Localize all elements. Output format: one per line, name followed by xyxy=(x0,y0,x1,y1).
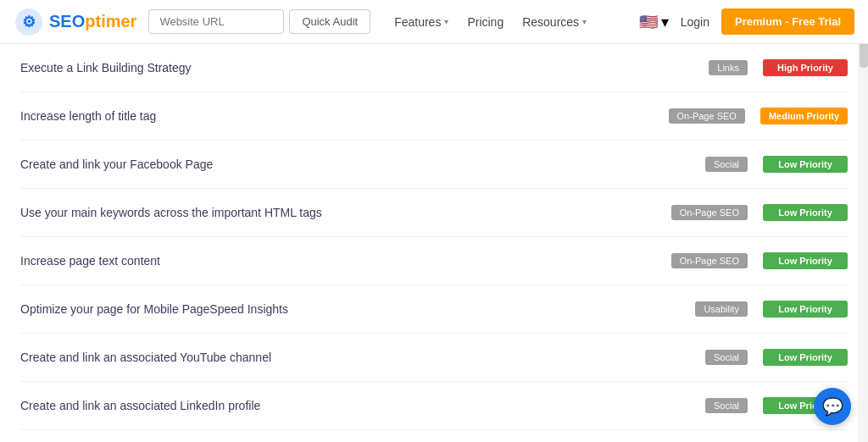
logo-icon: ⚙ xyxy=(14,7,44,37)
scrollbar-track[interactable] xyxy=(858,0,868,430)
navbar: ⚙ SEOptimer Quick Audit Features ▾ Prici… xyxy=(0,0,868,44)
logo[interactable]: ⚙ SEOptimer xyxy=(14,7,136,37)
recommendation-text: Increase page text content xyxy=(20,254,671,268)
recommendation-text: Execute a Link Building Strategy xyxy=(20,61,709,75)
priority-badge: Low Priority xyxy=(763,301,848,318)
category-badge: Social xyxy=(705,350,748,365)
table-row: Increase length of title tagOn-Page SEOM… xyxy=(20,92,848,141)
table-row: Use your main keywords across the import… xyxy=(20,189,848,237)
table-row: Execute a Link Building StrategyLinksHig… xyxy=(20,44,848,92)
priority-badge: Low Priority xyxy=(763,204,848,221)
category-badge: On-Page SEO xyxy=(669,108,745,124)
website-url-input[interactable] xyxy=(148,9,284,34)
recommendation-text: Create and link your Facebook Page xyxy=(20,157,705,171)
language-selector[interactable]: 🇺🇸 ▾ xyxy=(639,13,669,31)
quick-audit-button[interactable]: Quick Audit xyxy=(289,9,370,34)
svg-text:⚙: ⚙ xyxy=(22,14,36,30)
recommendation-text: Create and link an associated LinkedIn p… xyxy=(20,399,705,412)
premium-button[interactable]: Premium - Free Trial xyxy=(721,8,854,35)
recommendation-text: Increase length of title tag xyxy=(20,109,669,123)
features-link[interactable]: Features ▾ xyxy=(394,15,448,29)
nav-links: Features ▾ Pricing Resources ▾ xyxy=(394,15,639,29)
priority-badge: Low Priority xyxy=(763,349,848,366)
category-badge: On-Page SEO xyxy=(671,253,748,268)
category-badge: On-Page SEO xyxy=(671,205,748,220)
table-row: Create and link an associated LinkedIn p… xyxy=(20,382,848,430)
priority-badge: Low Priority xyxy=(763,156,848,173)
chat-icon: 💬 xyxy=(822,396,843,417)
table-row: Optimize your page for Mobile PageSpeed … xyxy=(20,285,848,334)
login-link[interactable]: Login xyxy=(681,15,709,29)
recommendations-list: Execute a Link Building StrategyLinksHig… xyxy=(0,44,868,430)
resources-chevron-icon: ▾ xyxy=(582,17,587,26)
table-row: Create and link an associated YouTube ch… xyxy=(20,334,848,382)
table-row: Create and link your Facebook PageSocial… xyxy=(20,141,848,189)
recommendation-text: Use your main keywords across the import… xyxy=(20,206,671,219)
category-badge: Links xyxy=(709,60,748,75)
features-chevron-icon: ▾ xyxy=(444,17,448,26)
flag-icon: 🇺🇸 xyxy=(639,13,658,31)
priority-badge: Low Priority xyxy=(763,252,848,269)
recommendation-text: Optimize your page for Mobile PageSpeed … xyxy=(20,302,695,316)
nav-right: 🇺🇸 ▾ Login Premium - Free Trial xyxy=(639,8,854,35)
chat-button[interactable]: 💬 xyxy=(814,388,851,425)
priority-badge: Medium Priority xyxy=(760,108,848,124)
resources-link[interactable]: Resources ▾ xyxy=(522,15,587,29)
flag-chevron-icon: ▾ xyxy=(661,13,669,31)
table-row: Increase page text contentOn-Page SEOLow… xyxy=(20,237,848,285)
pricing-link[interactable]: Pricing xyxy=(467,15,504,29)
category-badge: Social xyxy=(705,157,748,172)
category-badge: Social xyxy=(705,398,748,413)
logo-text: SEOptimer xyxy=(49,12,136,31)
recommendation-text: Create and link an associated YouTube ch… xyxy=(20,351,705,364)
category-badge: Usability xyxy=(695,301,748,317)
priority-badge: High Priority xyxy=(763,59,848,76)
